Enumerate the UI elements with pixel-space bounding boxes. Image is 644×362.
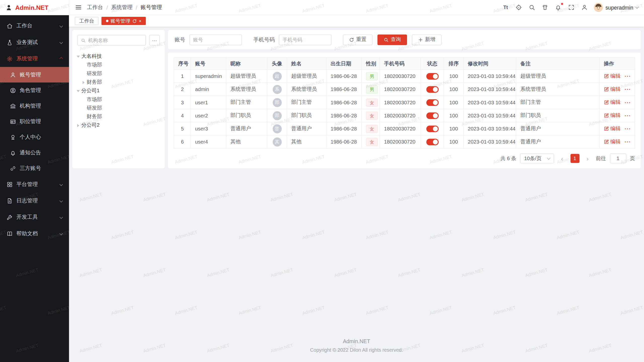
breadcrumb-item[interactable]: 系统管理 xyxy=(111,4,133,11)
cell-remark: 系统管理员 xyxy=(516,83,599,96)
edit-button[interactable]: 编辑 xyxy=(604,86,621,93)
tree-expander-icon[interactable] xyxy=(83,81,85,84)
tree-node[interactable]: 研发部 xyxy=(83,69,160,78)
tree-expander-icon[interactable] xyxy=(76,90,80,92)
sidebar-item-role-management[interactable]: 角色管理 xyxy=(0,82,69,98)
edit-button[interactable]: 编辑 xyxy=(604,125,621,132)
tree-node-label: 市场部 xyxy=(87,62,102,69)
role-icon xyxy=(10,87,16,93)
more-actions-button[interactable]: ··· xyxy=(625,86,631,92)
sidebar-item-workbench[interactable]: 工作台 xyxy=(0,18,69,34)
account-management-panel: 账号 手机号码 重置 xyxy=(168,30,641,168)
more-actions-button[interactable]: ··· xyxy=(625,73,631,79)
status-toggle[interactable] xyxy=(426,112,438,119)
sidebar-item-label: 个人中心 xyxy=(20,133,41,141)
tree-node[interactable]: 市场部 xyxy=(83,95,160,104)
locate-icon[interactable] xyxy=(515,4,522,11)
sidebar-item-org-management[interactable]: 机构管理 xyxy=(0,98,69,114)
tree-node[interactable]: 大名科技 xyxy=(77,52,160,61)
status-toggle[interactable] xyxy=(426,73,438,79)
sidebar-item-position-management[interactable]: 职位管理 xyxy=(0,114,69,129)
sidebar: Admin.NET 工作台 业务测试 系统管理 账号管理 xyxy=(0,0,69,362)
breadcrumb-item[interactable]: 工作台 xyxy=(87,4,103,11)
tree-node[interactable]: 市场部 xyxy=(83,61,160,69)
search-button[interactable]: 查询 xyxy=(377,34,407,45)
tree-expander-icon[interactable] xyxy=(77,124,79,127)
cell-index: 1 xyxy=(174,70,191,83)
sidebar-item-business-test[interactable]: 业务测试 xyxy=(0,34,69,51)
sidebar-item-label: 帮助文档 xyxy=(16,230,38,237)
tree-node[interactable]: 分公司2 xyxy=(77,121,160,130)
tree-expander-icon[interactable] xyxy=(76,55,80,57)
cell-name: 部门主管 xyxy=(287,96,326,109)
refresh-icon[interactable] xyxy=(132,19,137,23)
tree-node[interactable]: 财务部 xyxy=(83,78,160,86)
prev-page-button[interactable]: ‹ xyxy=(557,154,567,163)
next-page-button[interactable]: › xyxy=(583,154,592,163)
cell-modified-time: 2023-01-03 10:59:44 xyxy=(463,83,516,96)
tree-more-button[interactable]: ··· xyxy=(149,35,160,46)
status-toggle[interactable] xyxy=(426,99,438,106)
chevron-down-icon xyxy=(59,232,63,235)
more-actions-button[interactable]: ··· xyxy=(625,139,631,145)
tree-node-label: 研发部 xyxy=(87,105,102,112)
edit-button[interactable]: 编辑 xyxy=(604,112,621,119)
page-size-select[interactable]: 10条/页 xyxy=(520,154,554,163)
app-logo-icon xyxy=(5,4,12,11)
sidebar-item-log-management[interactable]: 日志管理 xyxy=(0,193,69,209)
search-icon[interactable] xyxy=(528,4,536,11)
goto-page-input[interactable] xyxy=(610,154,626,163)
more-actions-button[interactable]: ··· xyxy=(625,126,631,131)
reset-button[interactable]: 重置 xyxy=(343,34,373,45)
fullscreen-icon[interactable] xyxy=(568,4,575,11)
tab-workbench[interactable]: 工作台 xyxy=(75,17,99,25)
close-icon[interactable]: × xyxy=(139,19,142,23)
tree-node[interactable]: 研发部 xyxy=(83,104,160,112)
edit-button[interactable]: 编辑 xyxy=(604,99,621,106)
cell-phone: 18020030720 xyxy=(380,109,421,122)
gender-tag: 女 xyxy=(366,138,378,146)
active-dot-icon xyxy=(106,20,108,22)
sidebar-item-account-management[interactable]: 账号管理 xyxy=(0,67,69,82)
tab-account-management[interactable]: 账号管理 × xyxy=(101,17,146,25)
edit-icon xyxy=(604,139,609,144)
notification-icon[interactable] xyxy=(554,4,562,11)
edit-button[interactable]: 编辑 xyxy=(604,73,621,80)
sidebar-item-platform-management[interactable]: 平台管理 xyxy=(0,176,69,192)
sidebar-item-dev-tools[interactable]: 开发工具 xyxy=(0,209,69,225)
breadcrumb-separator: / xyxy=(106,4,108,10)
status-toggle[interactable] xyxy=(426,86,438,93)
status-toggle[interactable] xyxy=(426,125,438,132)
cell-phone: 18020030720 xyxy=(380,96,421,109)
cell-index: 2 xyxy=(174,83,191,96)
more-actions-button[interactable]: ··· xyxy=(625,113,631,118)
phone-input[interactable] xyxy=(283,37,328,42)
add-button[interactable]: 新增 xyxy=(412,34,442,45)
theme-icon[interactable] xyxy=(541,4,549,11)
edit-button[interactable]: 编辑 xyxy=(604,138,621,145)
tree-node[interactable]: 财务部 xyxy=(83,112,160,121)
sidebar-item-notice[interactable]: 通知公告 xyxy=(0,145,69,160)
status-toggle[interactable] xyxy=(426,139,438,145)
current-page-button[interactable]: 1 xyxy=(570,154,579,163)
refresh-icon xyxy=(349,37,354,42)
account-icon[interactable] xyxy=(581,4,588,11)
font-size-icon[interactable]: Tt xyxy=(502,4,509,11)
menu-fold-icon[interactable] xyxy=(75,4,82,11)
cell-avatar: 系 xyxy=(267,83,287,96)
plus-icon xyxy=(418,37,423,42)
org-search-input[interactable] xyxy=(88,37,142,43)
tree-node[interactable]: 分公司1 xyxy=(77,86,160,95)
sidebar-item-label: 通知公告 xyxy=(20,149,41,156)
sidebar-item-help-docs[interactable]: 帮助文档 xyxy=(0,225,69,242)
column-header: 操作 xyxy=(599,58,635,69)
app-logo[interactable]: Admin.NET xyxy=(0,0,69,15)
edit-button-label: 编辑 xyxy=(610,73,621,80)
user-menu[interactable]: superadmin xyxy=(594,3,638,12)
sidebar-item-third-party-account[interactable]: 三方账号 xyxy=(0,160,69,176)
account-label: 账号 xyxy=(175,36,185,43)
more-actions-button[interactable]: ··· xyxy=(625,100,631,105)
sidebar-item-system-management[interactable]: 系统管理 xyxy=(0,51,69,67)
sidebar-item-profile-center[interactable]: 个人中心 xyxy=(0,129,69,145)
account-input[interactable] xyxy=(193,37,238,42)
